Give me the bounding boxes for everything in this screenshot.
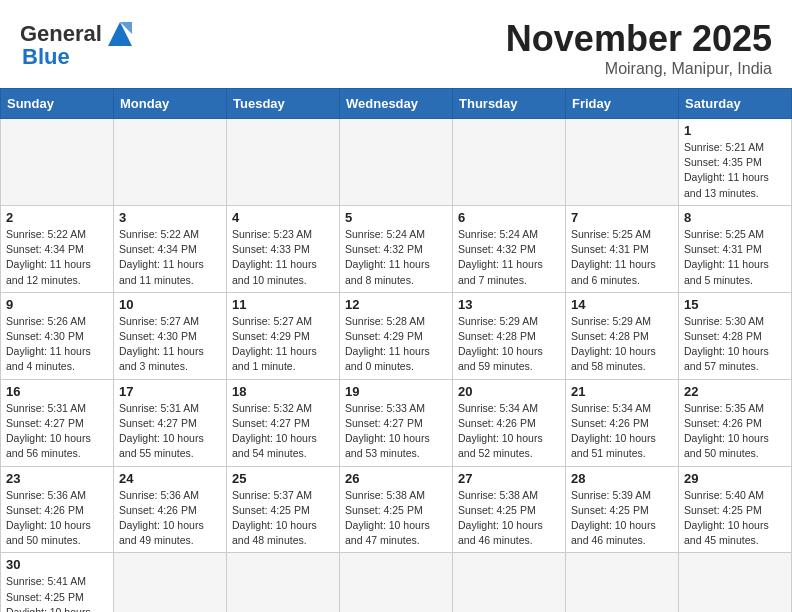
calendar-week-2: 2Sunrise: 5:22 AM Sunset: 4:34 PM Daylig… (1, 205, 792, 292)
calendar-cell (114, 553, 227, 612)
day-number: 29 (684, 471, 786, 486)
day-number: 27 (458, 471, 560, 486)
day-number: 30 (6, 557, 108, 572)
day-number: 24 (119, 471, 221, 486)
day-number: 20 (458, 384, 560, 399)
calendar-cell: 16Sunrise: 5:31 AM Sunset: 4:27 PM Dayli… (1, 379, 114, 466)
calendar-cell: 14Sunrise: 5:29 AM Sunset: 4:28 PM Dayli… (566, 292, 679, 379)
weekday-monday: Monday (114, 89, 227, 119)
calendar-cell: 11Sunrise: 5:27 AM Sunset: 4:29 PM Dayli… (227, 292, 340, 379)
logo: General Blue (20, 18, 136, 70)
day-number: 9 (6, 297, 108, 312)
day-info: Sunrise: 5:35 AM Sunset: 4:26 PM Dayligh… (684, 401, 786, 462)
weekday-wednesday: Wednesday (340, 89, 453, 119)
calendar: SundayMondayTuesdayWednesdayThursdayFrid… (0, 88, 792, 612)
location: Moirang, Manipur, India (506, 60, 772, 78)
calendar-week-1: 1Sunrise: 5:21 AM Sunset: 4:35 PM Daylig… (1, 119, 792, 206)
day-info: Sunrise: 5:26 AM Sunset: 4:30 PM Dayligh… (6, 314, 108, 375)
day-number: 12 (345, 297, 447, 312)
weekday-friday: Friday (566, 89, 679, 119)
day-number: 1 (684, 123, 786, 138)
calendar-cell (340, 119, 453, 206)
calendar-cell: 25Sunrise: 5:37 AM Sunset: 4:25 PM Dayli… (227, 466, 340, 553)
weekday-tuesday: Tuesday (227, 89, 340, 119)
day-info: Sunrise: 5:38 AM Sunset: 4:25 PM Dayligh… (458, 488, 560, 549)
day-number: 18 (232, 384, 334, 399)
day-info: Sunrise: 5:33 AM Sunset: 4:27 PM Dayligh… (345, 401, 447, 462)
day-number: 4 (232, 210, 334, 225)
day-number: 17 (119, 384, 221, 399)
logo-icon (104, 18, 136, 50)
day-info: Sunrise: 5:21 AM Sunset: 4:35 PM Dayligh… (684, 140, 786, 201)
day-number: 14 (571, 297, 673, 312)
calendar-week-4: 16Sunrise: 5:31 AM Sunset: 4:27 PM Dayli… (1, 379, 792, 466)
calendar-cell: 28Sunrise: 5:39 AM Sunset: 4:25 PM Dayli… (566, 466, 679, 553)
calendar-cell: 1Sunrise: 5:21 AM Sunset: 4:35 PM Daylig… (679, 119, 792, 206)
day-info: Sunrise: 5:40 AM Sunset: 4:25 PM Dayligh… (684, 488, 786, 549)
day-number: 19 (345, 384, 447, 399)
calendar-cell (227, 119, 340, 206)
calendar-cell: 18Sunrise: 5:32 AM Sunset: 4:27 PM Dayli… (227, 379, 340, 466)
day-info: Sunrise: 5:27 AM Sunset: 4:29 PM Dayligh… (232, 314, 334, 375)
calendar-cell: 21Sunrise: 5:34 AM Sunset: 4:26 PM Dayli… (566, 379, 679, 466)
calendar-cell (340, 553, 453, 612)
day-info: Sunrise: 5:38 AM Sunset: 4:25 PM Dayligh… (345, 488, 447, 549)
calendar-cell: 23Sunrise: 5:36 AM Sunset: 4:26 PM Dayli… (1, 466, 114, 553)
day-info: Sunrise: 5:28 AM Sunset: 4:29 PM Dayligh… (345, 314, 447, 375)
day-number: 28 (571, 471, 673, 486)
day-number: 2 (6, 210, 108, 225)
weekday-saturday: Saturday (679, 89, 792, 119)
day-number: 8 (684, 210, 786, 225)
day-info: Sunrise: 5:34 AM Sunset: 4:26 PM Dayligh… (458, 401, 560, 462)
day-info: Sunrise: 5:41 AM Sunset: 4:25 PM Dayligh… (6, 574, 108, 612)
calendar-cell (679, 553, 792, 612)
month-title: November 2025 (506, 18, 772, 60)
day-info: Sunrise: 5:36 AM Sunset: 4:26 PM Dayligh… (119, 488, 221, 549)
calendar-cell: 24Sunrise: 5:36 AM Sunset: 4:26 PM Dayli… (114, 466, 227, 553)
calendar-cell: 26Sunrise: 5:38 AM Sunset: 4:25 PM Dayli… (340, 466, 453, 553)
day-number: 16 (6, 384, 108, 399)
day-info: Sunrise: 5:22 AM Sunset: 4:34 PM Dayligh… (119, 227, 221, 288)
calendar-cell (227, 553, 340, 612)
day-info: Sunrise: 5:22 AM Sunset: 4:34 PM Dayligh… (6, 227, 108, 288)
calendar-cell: 2Sunrise: 5:22 AM Sunset: 4:34 PM Daylig… (1, 205, 114, 292)
calendar-cell: 8Sunrise: 5:25 AM Sunset: 4:31 PM Daylig… (679, 205, 792, 292)
day-info: Sunrise: 5:27 AM Sunset: 4:30 PM Dayligh… (119, 314, 221, 375)
calendar-week-6: 30Sunrise: 5:41 AM Sunset: 4:25 PM Dayli… (1, 553, 792, 612)
day-number: 5 (345, 210, 447, 225)
calendar-cell: 13Sunrise: 5:29 AM Sunset: 4:28 PM Dayli… (453, 292, 566, 379)
day-info: Sunrise: 5:34 AM Sunset: 4:26 PM Dayligh… (571, 401, 673, 462)
calendar-cell: 5Sunrise: 5:24 AM Sunset: 4:32 PM Daylig… (340, 205, 453, 292)
calendar-cell (453, 553, 566, 612)
day-info: Sunrise: 5:31 AM Sunset: 4:27 PM Dayligh… (6, 401, 108, 462)
day-number: 26 (345, 471, 447, 486)
calendar-cell: 29Sunrise: 5:40 AM Sunset: 4:25 PM Dayli… (679, 466, 792, 553)
day-number: 21 (571, 384, 673, 399)
calendar-cell (566, 119, 679, 206)
day-info: Sunrise: 5:37 AM Sunset: 4:25 PM Dayligh… (232, 488, 334, 549)
calendar-cell (114, 119, 227, 206)
day-info: Sunrise: 5:29 AM Sunset: 4:28 PM Dayligh… (571, 314, 673, 375)
title-block: November 2025 Moirang, Manipur, India (506, 18, 772, 78)
calendar-cell: 27Sunrise: 5:38 AM Sunset: 4:25 PM Dayli… (453, 466, 566, 553)
header: General Blue November 2025 Moirang, Mani… (0, 0, 792, 88)
day-info: Sunrise: 5:25 AM Sunset: 4:31 PM Dayligh… (684, 227, 786, 288)
calendar-cell: 15Sunrise: 5:30 AM Sunset: 4:28 PM Dayli… (679, 292, 792, 379)
day-number: 3 (119, 210, 221, 225)
day-number: 7 (571, 210, 673, 225)
weekday-header-row: SundayMondayTuesdayWednesdayThursdayFrid… (1, 89, 792, 119)
day-info: Sunrise: 5:25 AM Sunset: 4:31 PM Dayligh… (571, 227, 673, 288)
day-number: 10 (119, 297, 221, 312)
calendar-cell: 19Sunrise: 5:33 AM Sunset: 4:27 PM Dayli… (340, 379, 453, 466)
day-info: Sunrise: 5:32 AM Sunset: 4:27 PM Dayligh… (232, 401, 334, 462)
logo-text: General (20, 23, 102, 45)
calendar-week-3: 9Sunrise: 5:26 AM Sunset: 4:30 PM Daylig… (1, 292, 792, 379)
day-number: 13 (458, 297, 560, 312)
calendar-cell (453, 119, 566, 206)
calendar-cell: 4Sunrise: 5:23 AM Sunset: 4:33 PM Daylig… (227, 205, 340, 292)
day-info: Sunrise: 5:24 AM Sunset: 4:32 PM Dayligh… (458, 227, 560, 288)
calendar-cell: 7Sunrise: 5:25 AM Sunset: 4:31 PM Daylig… (566, 205, 679, 292)
day-number: 25 (232, 471, 334, 486)
calendar-cell (1, 119, 114, 206)
day-info: Sunrise: 5:29 AM Sunset: 4:28 PM Dayligh… (458, 314, 560, 375)
